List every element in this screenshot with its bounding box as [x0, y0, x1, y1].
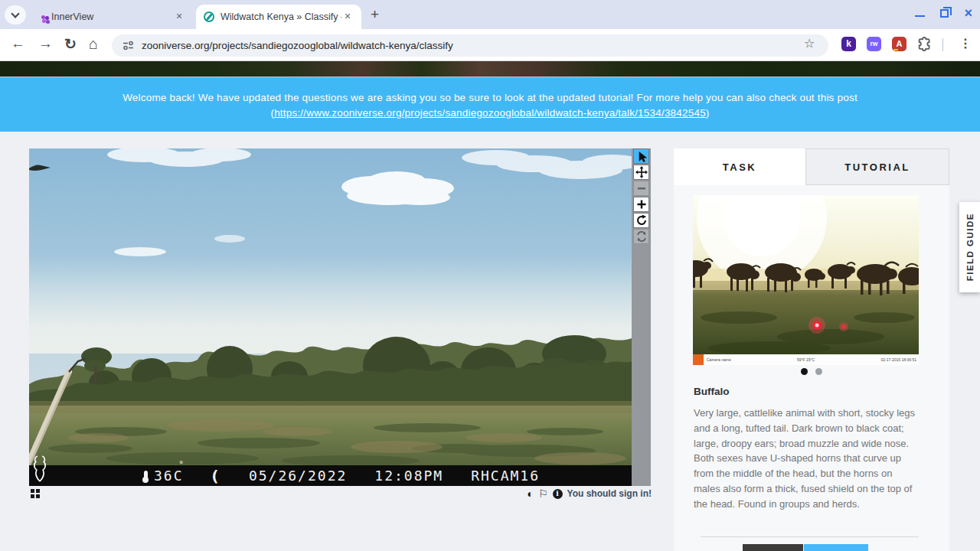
site-info-icon[interactable]	[122, 41, 134, 51]
url-text: zooniverse.org/projects/sandiegozoogloba…	[142, 40, 453, 51]
buffalo-photo	[693, 195, 919, 354]
pointer-tool-button[interactable]	[633, 148, 649, 164]
panel-divider	[701, 536, 919, 537]
banner-link[interactable]: https://www.zooniverse.org/projects/sand…	[274, 107, 706, 119]
close-tab-icon[interactable]: ×	[341, 11, 354, 23]
buffalo-photo-meta-bar: Camera name 59°F 15°C 02-17-2015 18:06:5…	[693, 354, 919, 365]
close-tab-icon[interactable]: ×	[173, 11, 185, 23]
banner-line1: Welcome back! We have updated the questi…	[0, 90, 980, 106]
overlay-date: 05/26/2022	[249, 468, 347, 484]
cursor-arrow-icon	[635, 150, 648, 162]
banner-line2: (https://www.zooniverse.org/projects/san…	[0, 106, 980, 121]
rw-extension-icon[interactable]: rw	[867, 37, 881, 51]
grass-field	[29, 401, 632, 465]
dictionary-extension-icon[interactable]: A	[892, 37, 906, 51]
project-header-image	[0, 61, 980, 77]
species-description: Very large, cattlelike animal with short…	[694, 406, 916, 512]
carousel-dot[interactable]	[815, 368, 822, 375]
photo-meta-right: 02-17-2015 18:06:51	[881, 357, 916, 362]
photo-meta-left: Camera name	[707, 357, 731, 362]
bushnell-logo-icon	[693, 354, 704, 365]
forward-icon[interactable]: →	[38, 35, 53, 52]
window-controls: ×	[915, 7, 972, 19]
refresh-icon	[635, 230, 648, 243]
rotate-button[interactable]	[633, 213, 649, 228]
browning-logo-icon	[32, 455, 47, 486]
carousel-dot-active[interactable]	[801, 368, 808, 375]
toolbar-divider	[942, 38, 943, 51]
minimize-window-icon[interactable]	[915, 15, 925, 18]
camera-trap-photo	[29, 148, 632, 465]
flag-icon[interactable]: ⚐	[538, 487, 548, 500]
bookmark-star-icon[interactable]: ☆	[804, 36, 815, 51]
tab-title: Wildwatch Kenya » Classify –	[220, 11, 341, 22]
panel-button-primary[interactable]	[804, 544, 868, 551]
camera-overlay-bar: 36C˚ ( 05/26/2022 12:08PM RHCAM16	[29, 465, 632, 486]
info-icon[interactable]: i	[553, 489, 563, 499]
moon-icon: (	[210, 468, 221, 484]
close-window-icon[interactable]: ×	[964, 7, 972, 19]
field-guide-label: FIELD GUIDE	[965, 213, 975, 281]
innerview-favicon-icon	[41, 15, 45, 19]
carousel-dots	[674, 368, 949, 375]
chevron-down-icon	[11, 9, 19, 18]
viewer-footer: ◐ ⚐ i You should sign in!	[29, 487, 652, 504]
signin-message: You should sign in!	[567, 488, 652, 499]
back-icon[interactable]: ←	[11, 35, 25, 52]
tab-tutorial[interactable]: TUTORIAL	[805, 148, 949, 185]
browser-toolbar: ← → ↻ ⌂ zooniverse.org/projects/sandiego…	[0, 29, 980, 61]
field-guide-photo[interactable]: Camera name 59°F 15°C 02-17-2015 18:06:5…	[693, 195, 919, 365]
tab-task[interactable]: TASK	[674, 148, 805, 185]
invert-colors-icon[interactable]: ◐	[528, 487, 534, 500]
home-icon[interactable]: ⌂	[89, 35, 98, 53]
new-tab-button[interactable]: +	[371, 6, 379, 23]
move-icon	[635, 166, 648, 178]
field-guide-tab[interactable]: FIELD GUIDE	[959, 202, 980, 292]
thermometer-icon	[144, 471, 148, 481]
metadata-grid-icon[interactable]	[31, 489, 40, 498]
zoom-in-button[interactable]	[633, 197, 649, 212]
overlay-camera-id: RHCAM16	[471, 468, 540, 484]
overlay-time: 12:08PM	[374, 468, 443, 484]
plus-icon	[635, 198, 648, 210]
restore-window-icon[interactable]	[940, 9, 949, 18]
browser-tab-wildwatch[interactable]: Wildwatch Kenya » Classify – ×	[196, 5, 361, 29]
zoom-out-button[interactable]	[633, 181, 649, 196]
minus-icon	[635, 182, 648, 194]
zooniverse-favicon-icon	[204, 11, 214, 22]
browser-menu-icon[interactable]: ⋮	[959, 36, 972, 51]
species-title: Buffalo	[694, 386, 730, 397]
browser-tab-strip: InnerView × Wildwatch Kenya » Classify –…	[0, 0, 980, 29]
tab-title: InnerView	[51, 11, 173, 22]
address-bar[interactable]: zooniverse.org/projects/sandiegozoogloba…	[112, 34, 828, 57]
extensions-puzzle-icon[interactable]	[916, 36, 932, 51]
tab-tutorial-label: TUTORIAL	[844, 161, 910, 173]
reload-icon[interactable]: ↻	[64, 35, 77, 53]
panel-button-secondary[interactable]	[743, 544, 803, 551]
pan-tool-button[interactable]	[633, 165, 649, 180]
viewer-toolbar	[632, 148, 651, 486]
task-panel: Camera name 59°F 15°C 02-17-2015 18:06:5…	[674, 185, 949, 551]
subject-viewer[interactable]: 36C˚ ( 05/26/2022 12:08PM RHCAM16	[29, 148, 632, 486]
photo-meta-mid: 59°F 15°C	[797, 357, 815, 362]
reset-view-button[interactable]	[633, 229, 649, 244]
rotate-clockwise-icon	[635, 214, 648, 227]
degree-mark: ˚	[178, 461, 186, 472]
kagi-extension-icon[interactable]: k	[841, 37, 856, 51]
paren-close: )	[706, 107, 710, 119]
tab-search-button[interactable]	[5, 5, 26, 24]
announcement-banner: Welcome back! We have updated the questi…	[0, 77, 980, 132]
tab-task-label: TASK	[723, 161, 756, 173]
browser-tab-innerview[interactable]: InnerView ×	[31, 5, 193, 29]
